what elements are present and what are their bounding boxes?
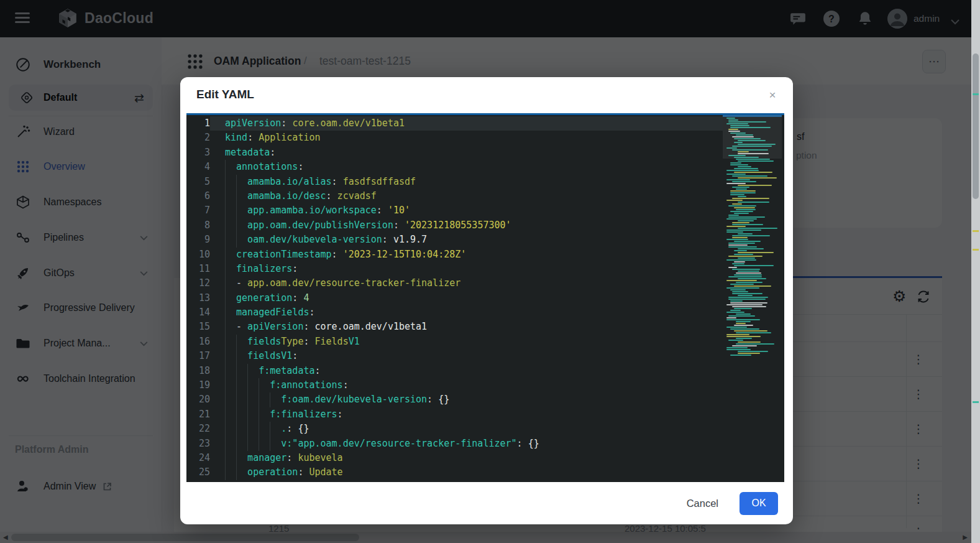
code-line: 15- apiVersion: core.oam.dev/v1beta1 (186, 320, 723, 334)
code-line: 5amamba.io/alias: fasdfsdffasdf (186, 175, 723, 189)
minimap-bar (728, 276, 762, 277)
line-number: 21 (186, 407, 210, 422)
indent-guide (225, 233, 226, 247)
minimap-bar (730, 162, 741, 164)
minimap-bar (738, 248, 764, 249)
code-line: 6amamba.io/desc: zcvadsf (186, 189, 723, 203)
editor-minimap[interactable] (723, 115, 782, 480)
indent-guide (225, 407, 226, 422)
minimap-bar (730, 310, 741, 311)
indent-guide (259, 407, 259, 422)
minimap-bar (732, 181, 756, 182)
minimap-bar (732, 291, 748, 292)
minimap-bar (738, 258, 755, 259)
minimap-bar (732, 263, 744, 264)
minimap-bar (736, 188, 747, 190)
line-number: 22 (186, 422, 210, 436)
minimap-bar (734, 213, 749, 214)
code-line: 14managedFields: (186, 305, 723, 320)
minimap-viewport-slider[interactable] (723, 115, 782, 159)
line-number: 5 (186, 175, 210, 189)
minimap-bar (726, 317, 736, 318)
indent-guide (236, 378, 237, 392)
indent-guide (247, 422, 248, 436)
ok-button[interactable]: OK (740, 492, 778, 515)
indent-guide (225, 392, 226, 407)
close-icon[interactable]: × (764, 87, 781, 103)
minimap-bar (734, 241, 761, 242)
minimap-bar (732, 198, 769, 199)
line-number: 3 (186, 146, 210, 160)
minimap-bar (726, 239, 748, 240)
indent-guide (247, 437, 248, 451)
line-number: 9 (186, 233, 210, 247)
indent-guide (270, 392, 270, 407)
minimap-bar (738, 351, 768, 352)
minimap-bar (738, 166, 751, 167)
minimap-bar (734, 285, 771, 287)
indent-guide (225, 276, 226, 290)
indent-guide (236, 451, 237, 465)
indent-guide (225, 320, 226, 334)
minimap-bar (736, 323, 746, 324)
line-number: 12 (186, 276, 210, 290)
editor-top-border (186, 113, 784, 115)
minimap-bar (732, 345, 757, 346)
indent-guide (236, 189, 237, 203)
minimap-bar (732, 269, 760, 270)
minimap-bar (728, 246, 757, 248)
code-line: 19f:annotations: (186, 378, 723, 392)
minimap-bar (728, 244, 748, 246)
indent-guide (236, 465, 237, 480)
minimap-bar (734, 172, 772, 173)
minimap-bar (728, 297, 768, 298)
vertical-scrollbar[interactable] (971, 0, 980, 543)
minimap-bar (736, 209, 756, 210)
minimap-bar (728, 315, 755, 317)
line-number: 13 (186, 291, 210, 305)
code-line: 2kind: Application (186, 131, 723, 145)
minimap-bar (734, 207, 755, 208)
minimap-bar (726, 174, 746, 175)
indent-guide (225, 189, 226, 203)
code-line: 20f:oam.dev/kubevela-version: {} (186, 392, 723, 407)
line-number: 14 (186, 305, 210, 320)
line-number: 2 (186, 131, 210, 145)
code-line: 11finalizers: (186, 262, 723, 276)
yaml-code-editor[interactable]: 1apiVersion: core.oam.dev/v1beta12kind: … (186, 113, 784, 482)
indent-guide (225, 349, 226, 363)
code-line: 24manager: kubevela (186, 451, 723, 465)
code-line: 3metadata: (186, 146, 723, 160)
indent-guide (270, 437, 270, 451)
minimap-bar (732, 306, 766, 307)
minimap-bar (726, 347, 748, 348)
code-line: 8app.oam.dev/publishVersion: '2023121805… (186, 218, 723, 233)
minimap-bar (730, 211, 753, 212)
line-number: 16 (186, 335, 210, 349)
minimap-bar (730, 192, 756, 193)
minimap-bar (726, 259, 756, 261)
code-line: 1apiVersion: core.oam.dev/v1beta1 (186, 116, 723, 131)
cancel-button[interactable]: Cancel (687, 498, 718, 509)
minimap-bar (730, 164, 748, 165)
indent-guide (236, 203, 237, 218)
minimap-bar (738, 295, 753, 296)
minimap-bar (738, 228, 777, 229)
indent-guide (236, 233, 237, 247)
minimap-bar (728, 243, 755, 244)
minimap-bar (734, 254, 753, 255)
minimap-bar (732, 235, 770, 236)
minimap-bar (726, 218, 757, 220)
minimap-bar (726, 319, 760, 320)
indent-guide (236, 364, 237, 378)
line-number: 19 (186, 378, 210, 392)
indent-guide (236, 407, 237, 422)
minimap-bar (736, 282, 762, 283)
minimap-bar (730, 302, 767, 304)
line-number: 20 (186, 392, 210, 407)
vertical-scrollbar-thumb[interactable] (973, 53, 979, 199)
minimap-bar (726, 327, 747, 328)
minimap-bar (730, 194, 744, 195)
indent-guide (259, 437, 259, 451)
indent-guide (225, 422, 226, 436)
